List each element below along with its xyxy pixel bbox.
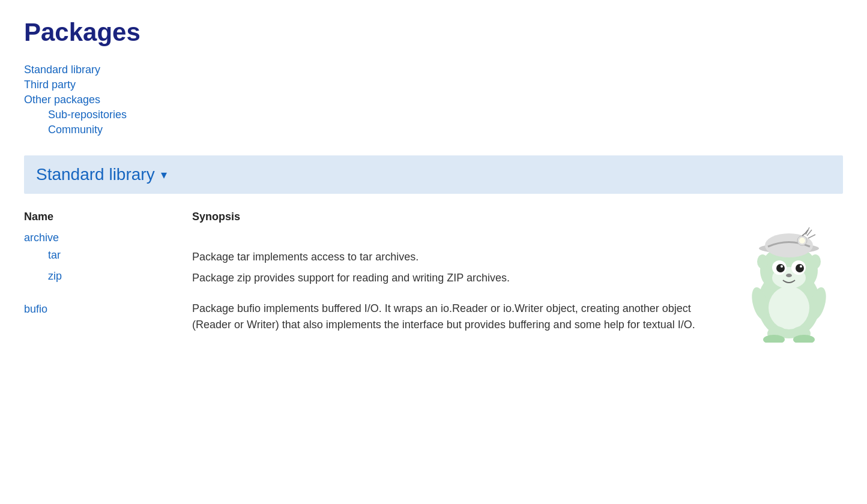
section-title: Standard library — [36, 165, 155, 184]
package-link-bufio[interactable]: bufio — [24, 299, 192, 334]
nav-sub-repositories[interactable]: Sub-repositories — [48, 109, 843, 121]
gopher-illustration — [735, 211, 843, 343]
package-link-archive[interactable]: archive — [24, 228, 192, 245]
package-list: archive tar Package tar implements acces… — [24, 228, 711, 337]
page-title: Packages — [24, 18, 843, 47]
section-header[interactable]: Standard library ▾ — [24, 155, 843, 194]
column-synopsis-header: Synopsis — [192, 211, 711, 223]
packages-table: Name Synopsis archive tar Package tar im… — [24, 211, 711, 343]
table-row: bufio Package bufio implements buffered … — [24, 299, 711, 334]
svg-point-21 — [769, 286, 809, 329]
table-header: Name Synopsis — [24, 211, 711, 223]
svg-point-17 — [757, 254, 768, 269]
svg-point-13 — [799, 238, 805, 244]
svg-point-5 — [776, 264, 785, 272]
content-area: Name Synopsis archive tar Package tar im… — [24, 211, 843, 343]
nav-standard-library[interactable]: Standard library — [24, 64, 843, 76]
svg-point-8 — [800, 265, 802, 268]
svg-point-9 — [786, 274, 792, 277]
table-row: tar Package tar implements access to tar… — [24, 248, 711, 266]
package-synopsis-tar: Package tar implements access to tar arc… — [192, 248, 711, 266]
column-name-header: Name — [24, 211, 192, 223]
navigation: Standard library Third party Other packa… — [24, 64, 843, 136]
dropdown-arrow-icon: ▾ — [161, 167, 167, 182]
nav-third-party[interactable]: Third party — [24, 79, 843, 91]
package-synopsis-bufio: Package bufio implements buffered I/O. I… — [192, 299, 711, 334]
svg-point-6 — [796, 264, 804, 272]
svg-point-18 — [810, 254, 821, 269]
package-link-zip[interactable]: zip — [24, 269, 192, 287]
svg-point-7 — [781, 265, 783, 268]
nav-other-packages[interactable]: Other packages — [24, 94, 843, 106]
nav-community[interactable]: Community — [48, 124, 843, 136]
package-link-tar[interactable]: tar — [24, 248, 192, 266]
package-synopsis-zip: Package zip provides support for reading… — [192, 269, 711, 287]
svg-line-15 — [808, 235, 815, 238]
package-synopsis-archive — [192, 228, 711, 245]
table-row: zip Package zip provides support for rea… — [24, 269, 711, 287]
table-row: archive — [24, 228, 711, 245]
